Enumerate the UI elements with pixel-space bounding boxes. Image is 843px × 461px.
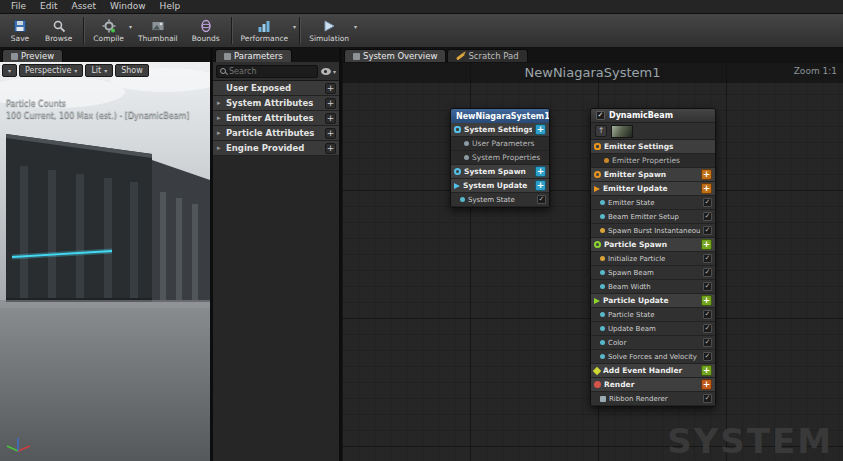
show-button[interactable]: Show: [115, 64, 149, 77]
tab-parameters[interactable]: Parameters: [215, 49, 292, 62]
tab-scratch-pad[interactable]: Scratch Pad: [447, 49, 527, 62]
menu-edit[interactable]: Edit: [33, 0, 64, 13]
add-module-button[interactable]: +: [701, 379, 712, 390]
node-row-render[interactable]: Render+: [591, 378, 715, 392]
node-row-emitter-properties[interactable]: Emitter Properties: [591, 154, 715, 168]
emitter-node[interactable]: ✓ DynamicBeam ↑ Emitter SettingsEmitter …: [590, 108, 716, 407]
node-row-beam-emitter-setup[interactable]: Beam Emitter Setup✓: [591, 210, 715, 224]
node-row-system-settings[interactable]: System Settings+: [451, 123, 549, 137]
camera-mode-button[interactable]: Perspective▾: [19, 64, 83, 77]
chevron-down-icon[interactable]: ▾: [354, 23, 357, 30]
menu-file[interactable]: File: [4, 0, 33, 13]
menu-asset[interactable]: Asset: [65, 0, 104, 13]
module-enabled-checkbox[interactable]: ✓: [703, 254, 712, 263]
parameter-section-engine-provided[interactable]: ▸Engine Provided+: [213, 141, 339, 156]
node-row-particle-state[interactable]: Particle State✓: [591, 308, 715, 322]
node-row-beam-width[interactable]: Beam Width✓: [591, 280, 715, 294]
view-options-button[interactable]: ▾: [321, 68, 336, 75]
system-overview-canvas[interactable]: NewNiagaraSystem1 Zoom 1:1 NewNiagaraSys…: [342, 62, 843, 461]
node-row-emitter-update[interactable]: Emitter Update+: [591, 182, 715, 196]
module-enabled-checkbox[interactable]: ✓: [703, 198, 712, 207]
node-row-particle-spawn[interactable]: Particle Spawn+: [591, 238, 715, 252]
dot-icon: [600, 256, 605, 261]
chevron-down-icon[interactable]: ▾: [293, 23, 296, 30]
module-enabled-checkbox[interactable]: ✓: [703, 268, 712, 277]
tab-parameters-label: Parameters: [234, 51, 283, 61]
system-node-header[interactable]: NewNiagaraSystem1: [451, 109, 549, 123]
node-row-user-parameters[interactable]: User Parameters: [451, 137, 549, 151]
add-module-button[interactable]: +: [535, 180, 546, 191]
chevron-down-icon: ▾: [104, 67, 107, 74]
menu-window[interactable]: Window: [103, 0, 153, 13]
node-row-emitter-state[interactable]: Emitter State✓: [591, 196, 715, 210]
module-enabled-checkbox[interactable]: ✓: [703, 282, 712, 291]
node-row-update-beam[interactable]: Update Beam✓: [591, 322, 715, 336]
search-input[interactable]: [229, 67, 314, 76]
add-module-button[interactable]: +: [535, 166, 546, 177]
system-node[interactable]: NewNiagaraSystem1 System Settings+User P…: [450, 108, 550, 208]
node-row-color[interactable]: Color✓: [591, 336, 715, 350]
lit-mode-button[interactable]: Lit▾: [85, 64, 113, 77]
node-row-system-update[interactable]: System Update+: [451, 179, 549, 193]
node-row-initialize-particle[interactable]: Initialize Particle✓: [591, 252, 715, 266]
node-row-spawn-burst-instantaneous[interactable]: Spawn Burst Instantaneous✓: [591, 224, 715, 238]
module-enabled-checkbox[interactable]: ✓: [703, 338, 712, 347]
emitter-enabled-checkbox[interactable]: ✓: [596, 111, 605, 120]
search-box[interactable]: [216, 65, 318, 78]
module-enabled-checkbox[interactable]: ✓: [703, 324, 712, 333]
node-row-label: Solve Forces and Velocity: [608, 353, 700, 361]
parameter-section-particle-attributes[interactable]: ▸Particle Attributes+: [213, 126, 339, 141]
menu-help[interactable]: Help: [153, 0, 188, 13]
compile-button[interactable]: Compile ▾: [87, 14, 132, 47]
node-row-system-properties[interactable]: System Properties: [451, 151, 549, 165]
node-row-particle-update[interactable]: Particle Update+: [591, 294, 715, 308]
tab-preview[interactable]: Preview: [2, 49, 63, 62]
save-button[interactable]: Save: [3, 14, 39, 47]
node-row-system-spawn[interactable]: System Spawn+: [451, 165, 549, 179]
node-row-label: Emitter Settings: [604, 142, 712, 151]
emitter-node-header[interactable]: ✓ DynamicBeam: [591, 109, 715, 123]
preview-viewport[interactable]: ▾ Perspective▾ Lit▾ Show Particle Counts…: [0, 62, 210, 461]
parameter-section-emitter-attributes[interactable]: ▸Emitter Attributes+: [213, 111, 339, 126]
performance-button[interactable]: Performance ▾: [235, 14, 297, 47]
parameter-section-user-exposed[interactable]: User Exposed+: [213, 81, 339, 96]
add-module-button[interactable]: +: [701, 365, 712, 376]
module-enabled-checkbox[interactable]: ✓: [703, 310, 712, 319]
isolate-button[interactable]: ↑: [595, 125, 607, 137]
viewport-options-button[interactable]: ▾: [2, 64, 17, 77]
add-parameter-button[interactable]: +: [325, 143, 336, 154]
add-parameter-button[interactable]: +: [325, 113, 336, 124]
module-enabled-checkbox[interactable]: ✓: [703, 394, 712, 403]
node-row-system-state[interactable]: System State✓: [451, 193, 549, 207]
add-parameter-button[interactable]: +: [325, 128, 336, 139]
node-row-ribbon-renderer[interactable]: Ribbon Renderer✓: [591, 392, 715, 406]
node-row-emitter-spawn[interactable]: Emitter Spawn+: [591, 168, 715, 182]
module-enabled-checkbox[interactable]: ✓: [703, 226, 712, 235]
module-enabled-checkbox[interactable]: ✓: [537, 195, 546, 204]
thumbnail-button[interactable]: Thumbnail: [132, 14, 186, 47]
graph-tab-bar: System Overview Scratch Pad: [342, 48, 843, 62]
axis-gizmo: [4, 433, 34, 457]
add-module-button[interactable]: +: [701, 183, 712, 194]
simulation-button[interactable]: Simulation ▾: [303, 14, 357, 47]
bounds-button[interactable]: Bounds: [186, 14, 228, 47]
add-parameter-button[interactable]: +: [325, 98, 336, 109]
building-window: [130, 182, 138, 300]
browse-button[interactable]: Browse: [39, 14, 80, 47]
node-row-label: Render: [604, 380, 698, 389]
add-parameter-button[interactable]: +: [325, 83, 336, 94]
lit-mode-label: Lit: [91, 66, 101, 75]
add-module-button[interactable]: +: [701, 169, 712, 180]
node-row-spawn-beam[interactable]: Spawn Beam✓: [591, 266, 715, 280]
module-enabled-checkbox[interactable]: ✓: [703, 352, 712, 361]
node-row-solve-forces-and-velocity[interactable]: Solve Forces and Velocity✓: [591, 350, 715, 364]
parameter-section-system-attributes[interactable]: ▸System Attributes+: [213, 96, 339, 111]
add-module-button[interactable]: +: [701, 239, 712, 250]
add-module-button[interactable]: +: [701, 295, 712, 306]
node-row-add-event-handler[interactable]: Add Event Handler+: [591, 364, 715, 378]
tab-system-overview[interactable]: System Overview: [344, 49, 446, 62]
node-row-emitter-settings[interactable]: Emitter Settings: [591, 140, 715, 154]
module-enabled-checkbox[interactable]: ✓: [703, 212, 712, 221]
emitter-node-rows: Emitter SettingsEmitter PropertiesEmitte…: [591, 140, 715, 406]
add-module-button[interactable]: +: [535, 124, 546, 135]
